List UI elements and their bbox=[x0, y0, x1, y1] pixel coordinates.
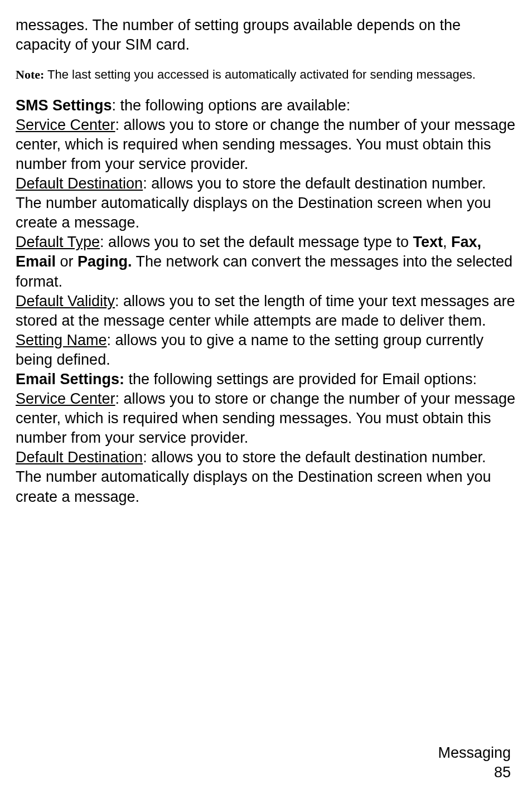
email-settings-heading: Email Settings: bbox=[16, 371, 124, 388]
intro-paragraph: messages. The number of setting groups a… bbox=[16, 16, 515, 55]
note-text: The last setting you accessed is automat… bbox=[44, 67, 476, 81]
note-paragraph: Note: The last setting you accessed is a… bbox=[16, 67, 515, 83]
document-content: messages. The number of setting groups a… bbox=[16, 16, 515, 507]
footer-section: Messaging bbox=[438, 743, 511, 763]
default-type-text-bold: Text bbox=[413, 234, 443, 250]
email-settings-suffix: the following settings are provided for … bbox=[124, 371, 477, 388]
email-default-destination-label: Default Destination bbox=[16, 449, 143, 466]
service-center-label: Service Center bbox=[16, 117, 115, 133]
page-footer: Messaging 85 bbox=[438, 743, 511, 782]
sms-settings-heading: SMS Settings bbox=[16, 97, 112, 114]
default-type-or: or bbox=[56, 253, 78, 270]
default-type-comma: , bbox=[443, 234, 451, 250]
sms-settings-suffix: : the following options are available: bbox=[112, 97, 351, 114]
email-service-center-label: Service Center bbox=[16, 390, 115, 407]
default-type-text1: : allows you to set the default message … bbox=[100, 234, 413, 250]
note-label: Note: bbox=[16, 67, 44, 81]
default-type-paging-bold: Paging. bbox=[78, 253, 132, 270]
default-type-label: Default Type bbox=[16, 234, 100, 250]
default-destination-label: Default Destination bbox=[16, 175, 143, 192]
default-validity-label: Default Validity bbox=[16, 293, 115, 309]
setting-name-label: Setting Name bbox=[16, 332, 107, 348]
main-block: SMS Settings: the following options are … bbox=[16, 96, 515, 507]
footer-page-number: 85 bbox=[438, 763, 511, 782]
